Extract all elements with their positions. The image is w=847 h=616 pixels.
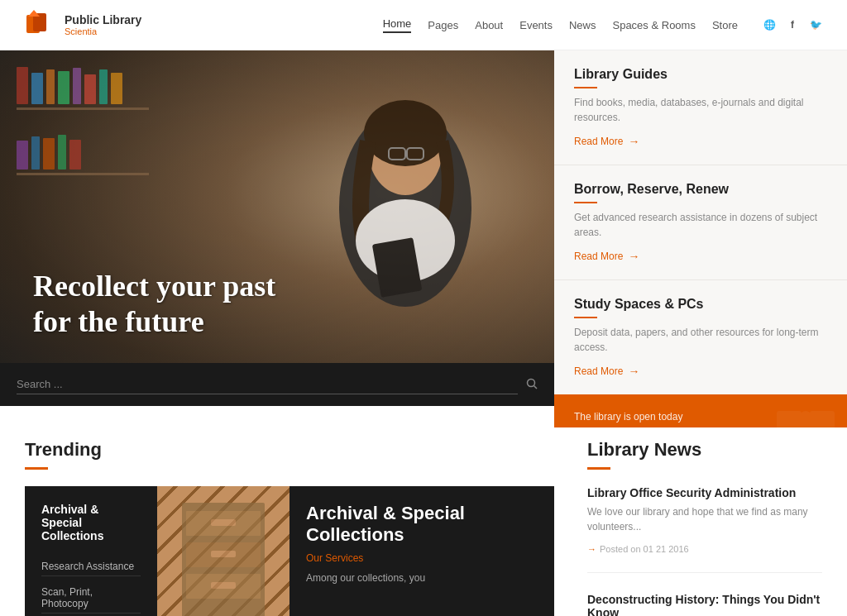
news-item-1-link[interactable]: → Posted on 01 21 2016 <box>587 544 689 554</box>
search-input[interactable] <box>17 375 518 394</box>
arrow-icon-1: → <box>628 135 639 148</box>
orange-bar-3 <box>574 317 597 318</box>
search-bar <box>0 363 554 406</box>
sidebar-desc-1: Find books, media, databases, e-journals… <box>574 95 827 125</box>
sidebar-item-study: Study Spaces & PCs Deposit data, papers,… <box>554 280 847 394</box>
arrow-icon-2: → <box>628 250 639 263</box>
trending-menu-item-2[interactable]: Scan, Print, Photocopy <box>41 583 141 614</box>
sidebar-desc-2: Get advanced research assistance in doze… <box>574 210 827 240</box>
twitter-icon[interactable]: 🐦 <box>809 18 822 31</box>
read-more-1[interactable]: Read More → <box>574 135 639 148</box>
svg-point-11 <box>528 379 535 386</box>
header: Public Library Scientia Home Pages About… <box>0 0 847 50</box>
arrow-icon-3: → <box>628 365 639 378</box>
logo-title: Public Library <box>65 13 141 26</box>
read-more-2[interactable]: Read More → <box>574 250 639 263</box>
logo-text: Public Library Scientia <box>65 13 141 36</box>
news-item-2-title: Deconstructing History: Things You Didn'… <box>587 593 822 616</box>
read-more-3[interactable]: Read More → <box>574 365 639 378</box>
svg-rect-14 <box>810 411 835 427</box>
trending-title: Trending <box>25 439 554 461</box>
search-icon <box>526 378 538 389</box>
sidebar-item-guides: Library Guides Find books, media, databa… <box>554 50 847 165</box>
sidebar-item-title-3: Study Spaces & PCs <box>574 297 827 312</box>
news-orange-bar <box>587 467 610 470</box>
hero-heading-line2: for the future <box>33 305 204 338</box>
nav-icons: 🌐 f 🐦 <box>763 18 822 31</box>
hero-text: Recollect your past for the future <box>33 269 275 340</box>
bookshelf-decor <box>17 67 165 232</box>
svg-rect-21 <box>211 582 236 589</box>
trending-menu-item-1[interactable]: Research Assistance <box>41 557 141 576</box>
nav-spaces[interactable]: Spaces & Rooms <box>612 19 695 31</box>
hero-section: Recollect your past for the future Libra… <box>0 50 847 406</box>
nav-pages[interactable]: Pages <box>428 19 458 31</box>
nav-home[interactable]: Home <box>383 17 412 33</box>
sidebar-item-title-2: Borrow, Reserve, Renew <box>574 182 827 197</box>
nav-news[interactable]: News <box>569 19 596 31</box>
facebook-icon[interactable]: f <box>786 18 799 31</box>
sidebar-item-borrow: Borrow, Reserve, Renew Get advanced rese… <box>554 165 847 280</box>
news-item-1-title: Library Office Security Administration <box>587 486 822 499</box>
sidebar-item-title-1: Library Guides <box>574 67 827 82</box>
svg-rect-19 <box>211 551 236 557</box>
svg-rect-13 <box>777 411 802 427</box>
news-title: Library News <box>587 439 822 461</box>
trending-image <box>157 486 290 616</box>
orange-bar-2 <box>574 202 597 203</box>
search-button[interactable] <box>526 378 538 392</box>
nav-about[interactable]: About <box>475 19 503 31</box>
sidebar-items: Library Guides Find books, media, databa… <box>554 50 847 394</box>
hero-sidebar: Library Guides Find books, media, databa… <box>554 50 847 406</box>
main-content: Trending Archival & Special Collections … <box>0 406 847 616</box>
logo-subtitle: Scientia <box>65 26 141 36</box>
trending-card: Archival & Special Collections Research … <box>25 486 554 616</box>
logo-area: Public Library Scientia <box>25 10 141 40</box>
nav-store[interactable]: Store <box>712 19 738 31</box>
orange-bar-1 <box>574 87 597 88</box>
news-section: Library News Library Office Security Adm… <box>587 439 822 616</box>
hero-heading: Recollect your past for the future <box>33 269 275 340</box>
news-item-1: Library Office Security Administration W… <box>587 486 822 573</box>
trending-featured-desc: Among our collections, you <box>306 571 538 585</box>
trending-featured: Archival & Special Collections Our Servi… <box>290 486 554 616</box>
trending-featured-title: Archival & Special Collections <box>306 503 538 546</box>
archive-icon <box>165 494 281 616</box>
trending-menu-main[interactable]: Archival & Special Collections <box>41 503 141 542</box>
svg-rect-17 <box>211 519 236 526</box>
logo-icon <box>25 10 56 40</box>
trending-menu: Archival & Special Collections Research … <box>25 486 157 616</box>
globe-icon[interactable]: 🌐 <box>763 18 776 31</box>
hero-heading-line1: Recollect your past <box>33 270 275 303</box>
trending-orange-bar <box>25 467 48 470</box>
news-item-1-desc: We love our library and hope that we fin… <box>587 504 822 534</box>
trending-section: Trending Archival & Special Collections … <box>25 439 554 616</box>
nav-events[interactable]: Events <box>519 19 553 31</box>
main-nav: Home Pages About Events News Spaces & Ro… <box>383 17 822 33</box>
hours-banner: The library is open today 6:00 AM – 8:00… <box>554 394 847 427</box>
hero-person <box>273 75 505 340</box>
news-item-1-date: Posted on 01 21 2016 <box>600 544 689 554</box>
sidebar-desc-3: Deposit data, papers, and other resource… <box>574 325 827 355</box>
hero-image: Recollect your past for the future <box>0 50 554 406</box>
news-item-2: Deconstructing History: Things You Didn'… <box>587 593 822 616</box>
hours-book-icon <box>773 403 839 427</box>
svg-line-12 <box>534 385 538 389</box>
trending-featured-category: Our Services <box>306 552 538 564</box>
